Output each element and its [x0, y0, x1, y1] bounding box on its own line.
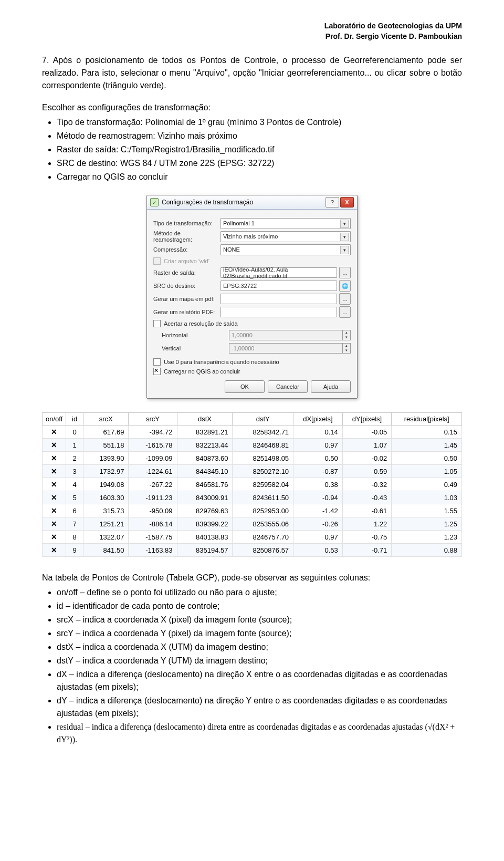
dy-cell: -0.02	[342, 452, 392, 465]
col-srcx: srcX	[83, 413, 129, 426]
chevron-down-icon: ▾	[340, 220, 349, 228]
dstx-cell: 840873.60	[177, 452, 233, 465]
field-label: Tipo de transformação:	[153, 220, 220, 226]
onoff-cell[interactable]: ✕	[43, 452, 66, 465]
residual-cell: 1.05	[392, 465, 462, 478]
target-crs-input[interactable]: EPSG:32722	[220, 281, 337, 291]
list-item: Carregar no QGIS ao concluir	[57, 171, 462, 183]
dstx-cell: 844345.10	[177, 465, 233, 478]
compression-select[interactable]: NONE▾	[220, 244, 351, 255]
horizontal-resolution-input: 1,00000	[229, 330, 343, 340]
dsty-cell: 8253555.06	[233, 517, 293, 531]
dx-cell: 0.97	[293, 531, 343, 544]
crs-picker-button[interactable]: 🌐	[339, 280, 351, 292]
field-label: SRC de destino:	[153, 283, 220, 289]
srcy-cell: -886.14	[129, 517, 177, 531]
dstx-cell: 835194.57	[177, 544, 233, 557]
srcx-cell: 551.18	[83, 439, 129, 452]
config-bullets: Tipo de transformação: Polinomial de 1º …	[57, 116, 462, 183]
dialog-titlebar: ✓ Configurações de transformação ? X	[147, 195, 357, 210]
dstx-cell: 846581.76	[177, 478, 233, 491]
browse-button[interactable]: …	[339, 267, 351, 278]
field-label: Gerar um relatório PDF:	[153, 309, 220, 315]
pdf-map-input[interactable]	[220, 294, 337, 304]
browse-button[interactable]: …	[339, 306, 351, 318]
help-icon[interactable]: ?	[326, 197, 339, 208]
list-item: dstY – indica a coordenada Y (UTM) da im…	[57, 655, 462, 667]
residual-cell: 1.55	[392, 504, 462, 517]
help-button[interactable]: Ajuda	[311, 380, 351, 393]
spinner-icon: ▴▾	[342, 330, 351, 340]
dsty-cell: 8259582.04	[233, 478, 293, 491]
onoff-cell[interactable]: ✕	[43, 478, 66, 491]
col-id: id	[66, 413, 83, 426]
close-icon[interactable]: X	[340, 197, 354, 208]
field-label: Horizontal	[153, 332, 229, 338]
onoff-cell[interactable]: ✕	[43, 465, 66, 478]
dsty-cell: 8246757.70	[233, 531, 293, 544]
residual-cell: 0.88	[392, 544, 462, 557]
srcx-cell: 1251.21	[83, 517, 129, 531]
list-item: on/off – define se o ponto foi utilizado…	[57, 586, 462, 599]
resampling-method-select[interactable]: Vizinho mais próximo▾	[220, 231, 351, 242]
srcx-cell: 841.50	[83, 544, 129, 557]
col-srcy: srcY	[129, 413, 177, 426]
dstx-cell: 829769.63	[177, 504, 233, 517]
residual-cell: 1.23	[392, 531, 462, 544]
onoff-cell[interactable]: ✕	[43, 491, 66, 504]
id-cell: 6	[66, 504, 83, 517]
onoff-cell[interactable]: ✕	[43, 439, 66, 452]
residual-cell: 0.50	[392, 452, 462, 465]
cancel-button[interactable]: Cancelar	[268, 380, 308, 393]
srcy-cell: -1224.61	[129, 465, 177, 478]
onoff-cell[interactable]: ✕	[43, 517, 66, 531]
list-item: dX – indica a diferença (deslocamento) n…	[57, 668, 462, 693]
col-dstx: dstX	[177, 413, 233, 426]
srcx-cell: 1322.07	[83, 531, 129, 544]
list-item: Método de reamostragem: Vizinho mais pró…	[57, 130, 462, 142]
ok-button[interactable]: OK	[225, 380, 265, 393]
id-cell: 5	[66, 491, 83, 504]
dx-cell: -0.26	[293, 517, 343, 531]
dstx-cell: 832891.21	[177, 426, 233, 439]
header-line1: Laboratório de Geotecnologias da UPM	[42, 21, 462, 32]
onoff-cell[interactable]: ✕	[43, 504, 66, 517]
list-item: Raster de saída: C:/Temp/Registro1/Brasi…	[57, 143, 462, 156]
dy-cell: -0.32	[342, 478, 392, 491]
srcy-cell: -267.22	[129, 478, 177, 491]
vertical-resolution-input: -1,00000	[229, 343, 343, 354]
output-raster-input[interactable]: iEO/Video-Aulas/02. Aula 02/Brasilia_mod…	[220, 267, 337, 278]
pdf-report-input[interactable]	[220, 307, 337, 317]
dsty-cell: 8258342.71	[233, 426, 293, 439]
id-cell: 0	[66, 426, 83, 439]
onoff-cell[interactable]: ✕	[43, 426, 66, 439]
table-row: ✕6315.73-950.09829769.638252953.00-1.42-…	[43, 504, 462, 517]
create-wld-checkbox: Criar arquivo 'wld'	[153, 257, 351, 265]
table-row: ✕9841.50-1163.83835194.578250876.570.53-…	[43, 544, 462, 557]
id-cell: 4	[66, 478, 83, 491]
after-table-intro: Na tabela de Pontos de Controle (Tabela …	[42, 572, 462, 584]
list-item: dY – indica a diferença (deslocamento) n…	[57, 694, 462, 720]
dx-cell: -1.42	[293, 504, 343, 517]
dx-cell: 0.53	[293, 544, 343, 557]
checkbox-icon	[153, 257, 161, 265]
onoff-cell[interactable]: ✕	[43, 544, 66, 557]
field-label: Vertical	[153, 345, 229, 351]
list-item: residual – indica a diferença (deslocame…	[57, 721, 462, 746]
set-output-resolution-checkbox[interactable]: Acertar a resolução de saída	[153, 320, 351, 327]
id-cell: 9	[66, 544, 83, 557]
transformation-type-select[interactable]: Polinomial 1▾	[220, 218, 351, 229]
use-zero-transparency-checkbox[interactable]: Use 0 para transparência quando necessár…	[153, 358, 351, 366]
id-cell: 1	[66, 439, 83, 452]
load-in-qgis-checkbox[interactable]: Carregar no QGIS ao concluir	[153, 368, 351, 375]
onoff-cell[interactable]: ✕	[43, 531, 66, 544]
gcp-table: on/off id srcX srcY dstX dstY dX[pixels]…	[42, 412, 462, 557]
browse-button[interactable]: …	[339, 293, 351, 305]
srcx-cell: 1732.97	[83, 465, 129, 478]
id-cell: 8	[66, 531, 83, 544]
dsty-cell: 8246468.81	[233, 439, 293, 452]
chevron-down-icon: ▾	[340, 233, 349, 241]
dx-cell: 0.38	[293, 478, 343, 491]
checkbox-checked-icon	[153, 368, 161, 375]
col-onoff: on/off	[43, 413, 66, 426]
